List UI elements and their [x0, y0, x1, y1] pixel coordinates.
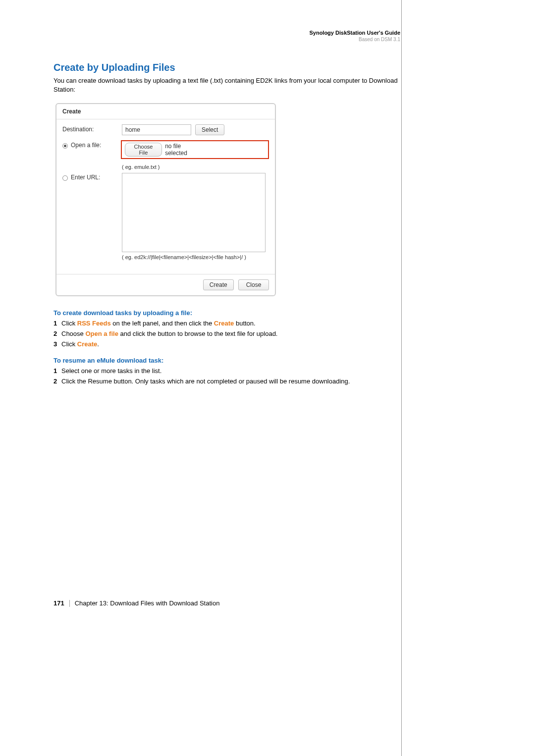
footer-separator: [69, 600, 70, 607]
url-textarea[interactable]: [122, 173, 266, 252]
enter-url-label: Enter URL:: [62, 173, 122, 181]
create-dialog: Create Destination: Select Open a file: …: [55, 103, 276, 296]
doc-subtitle: Based on DSM 3.1: [54, 37, 400, 42]
close-button[interactable]: Close: [238, 279, 269, 290]
radio-open-file[interactable]: [62, 143, 68, 149]
step: 1 Click RSS Feeds on the left panel, and…: [54, 320, 400, 327]
dialog-footer: Create Close: [56, 274, 275, 295]
section-heading: Create by Uploading Files: [54, 62, 400, 73]
chapter-label: Chapter 13: Download Files with Download…: [75, 599, 220, 607]
highlight-box: Choose File no file selected: [121, 140, 269, 159]
page-right-border: [401, 0, 402, 756]
step: 3 Click Create.: [54, 340, 400, 348]
dialog-title: Create: [56, 104, 275, 119]
step-text: Click the Resume button. Only tasks whic…: [61, 378, 400, 385]
file-hint: ( eg. emule.txt ): [122, 164, 269, 170]
choose-file-button[interactable]: Choose File: [125, 143, 162, 157]
page-footer: 171 Chapter 13: Download Files with Down…: [54, 599, 219, 607]
step: 1 Select one or more tasks in the list.: [54, 367, 400, 375]
create-button[interactable]: Create: [203, 279, 234, 290]
no-file-text: no file selected: [165, 143, 204, 157]
row-open-file: Open a file: Choose File no file selecte…: [62, 140, 269, 159]
page-number: 171: [54, 599, 64, 607]
instructions1-heading: To create download tasks by uploading a …: [54, 309, 400, 317]
instructions2-heading: To resume an eMule download task:: [54, 357, 400, 364]
destination-input[interactable]: [122, 124, 191, 135]
url-hint: ( eg. ed2k://|file|<filename>|<filesize>…: [122, 254, 269, 260]
step-text: Select one or more tasks in the list.: [61, 367, 400, 375]
row-enter-url: Enter URL: ( eg. ed2k://|file|<filename>…: [62, 173, 269, 267]
doc-title: Synology DiskStation User's Guide: [54, 30, 400, 36]
row-destination: Destination: Select: [62, 124, 269, 135]
radio-enter-url[interactable]: [62, 175, 68, 181]
destination-label: Destination:: [62, 124, 122, 133]
step: 2 Click the Resume button. Only tasks wh…: [54, 378, 400, 385]
section-intro: You can create download tasks by uploadi…: [54, 76, 400, 94]
step: 2 Choose Open a file and click the butto…: [54, 330, 400, 337]
page-header: Synology DiskStation User's Guide Based …: [54, 30, 400, 42]
open-file-label: Open a file:: [62, 140, 121, 149]
select-button[interactable]: Select: [195, 124, 224, 135]
